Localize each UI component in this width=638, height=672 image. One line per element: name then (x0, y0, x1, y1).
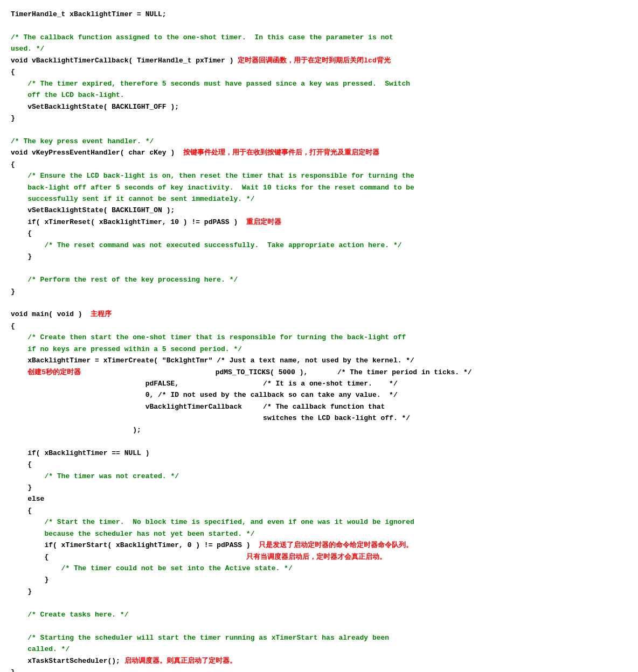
code-line: used. */ (11, 43, 627, 54)
code-line: pdFALSE, /* It is a one-shot timer. */ (11, 378, 627, 389)
code-line: if( xTimerStart( xBacklightTimer, 0 ) !=… (11, 540, 627, 551)
code-line: successfully sent if it cannot be sent i… (11, 193, 627, 205)
code-line: /* The reset command was not executed su… (11, 240, 627, 251)
code-line: xTaskStartScheduler(); 启动调度器。则真正启动了定时器。 (11, 655, 627, 667)
code-line: if( xTimerReset( xBacklightTimer, 10 ) !… (11, 216, 627, 228)
code-line (11, 263, 627, 274)
code-line: off the LCD back-light. (11, 89, 627, 101)
code-line: { (11, 320, 627, 332)
code-line: } (11, 113, 627, 124)
code-line: vSetBacklightState( BACKLIGHT_OFF ); (11, 101, 627, 113)
code-line: /* The callback function assigned to the… (11, 32, 627, 43)
code-line: 0, /* ID not used by the callback so can… (11, 389, 627, 401)
code-line: /* The timer was not created. */ (11, 471, 627, 482)
code-line: 创建5秒的定时器 pdMS_TO_TICKS( 5000 ), /* The t… (11, 367, 627, 378)
code-line: xBacklightTimer = xTimerCreate( "Bcklght… (11, 355, 627, 366)
code-line: /* The key press event handler. */ (11, 136, 627, 147)
code-line: else (11, 493, 627, 505)
code-line: { 只有当调度器启动后，定时器才会真正启动。 (11, 551, 627, 563)
code-line: } (11, 251, 627, 262)
code-line: } (11, 574, 627, 585)
code-container: TimerHandle_t xBacklightTimer = NULL; /*… (0, 0, 638, 672)
code-line: switches the LCD back-light off. */ (11, 412, 627, 424)
code-line: vBacklightTimerCallback /* The callback … (11, 401, 627, 412)
code-line: } (11, 586, 627, 597)
code-line: { (11, 228, 627, 239)
code-line: /* The timer expired, therefore 5 second… (11, 78, 627, 89)
code-line: vSetBacklightState( BACKLIGHT_ON ); (11, 205, 627, 216)
code-line (11, 436, 627, 447)
code-line: because the scheduler has not yet been s… (11, 528, 627, 540)
code-line: if( xBacklightTimer == NULL ) (11, 447, 627, 459)
code-line: /* Create then start the one-shot timer … (11, 332, 627, 343)
code-block: TimerHandle_t xBacklightTimer = NULL; /*… (11, 9, 627, 672)
code-line: { (11, 159, 627, 170)
code-line: /* Start the timer. No block time is spe… (11, 516, 627, 528)
code-line: /* Ensure the LCD back-light is on, then… (11, 170, 627, 181)
code-line: void vKeyPressEventHandler( char cKey ) … (11, 147, 627, 158)
code-line: /* Starting the scheduler will start the… (11, 632, 627, 643)
code-line: void main( void ) 主程序 (11, 309, 627, 320)
code-line (11, 20, 627, 31)
code-line (11, 124, 627, 135)
code-line: /* Create tasks here. */ (11, 609, 627, 620)
code-line: TimerHandle_t xBacklightTimer = NULL; (11, 9, 627, 20)
code-line: { (11, 66, 627, 78)
code-line (11, 620, 627, 632)
code-line: { (11, 505, 627, 516)
code-line (11, 597, 627, 608)
code-line: ); (11, 424, 627, 436)
code-line: } (11, 482, 627, 493)
code-line (11, 297, 627, 309)
code-line: back-light off after 5 seconds of key in… (11, 182, 627, 193)
code-line: { (11, 459, 627, 470)
code-line: void vBacklightTimerCallback( TimerHandl… (11, 55, 627, 66)
code-line: /* The timer could not be set into the A… (11, 563, 627, 574)
code-line: /* Perform the rest of the key processin… (11, 274, 627, 285)
code-line: called. */ (11, 643, 627, 655)
code-line: } (11, 667, 627, 672)
code-line: } (11, 286, 627, 297)
code-line: if no keys are pressed within a 5 second… (11, 344, 627, 355)
